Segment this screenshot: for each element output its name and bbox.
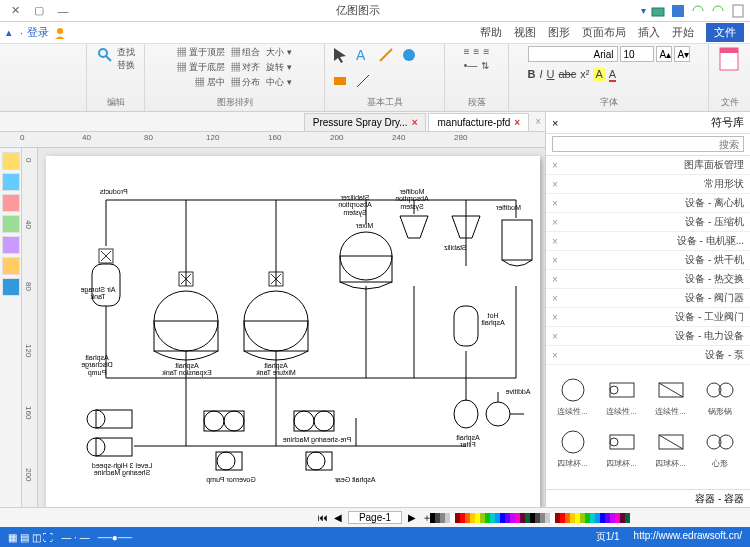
dropdown-icon[interactable]: ▾ (641, 5, 646, 16)
shape-stencil[interactable]: 心形 (697, 421, 742, 469)
login-link[interactable]: 登录 (27, 25, 49, 40)
bullets-icon[interactable]: •— (464, 60, 478, 71)
tab-manufacture[interactable]: manufacture-pfd× (428, 113, 529, 131)
align-c-icon[interactable]: ≡ (474, 46, 480, 57)
align-icon[interactable]: ▦ 对齐 (231, 61, 261, 74)
page-first-icon[interactable]: ⏮ (318, 512, 328, 523)
shape-stencil[interactable]: 四球杯... (599, 421, 644, 469)
tool-3[interactable] (2, 194, 20, 212)
close-icon[interactable]: × (552, 274, 558, 285)
tool-6[interactable] (2, 257, 20, 275)
color-palette[interactable] (430, 513, 630, 523)
menu-item[interactable]: 帮助 (480, 25, 502, 40)
highlight-icon[interactable]: A (593, 68, 604, 82)
menu-item[interactable]: 视图 (514, 25, 536, 40)
menu-item[interactable]: 页面布局 (582, 25, 626, 40)
category-item[interactable]: ×设备 - 离心机 (546, 194, 750, 213)
save-icon[interactable] (670, 3, 686, 19)
menu-item[interactable]: 文件 (706, 23, 744, 42)
category-item[interactable]: ×设备 - 电机驱... (546, 232, 750, 251)
print-icon[interactable] (650, 3, 666, 19)
shape-line-icon[interactable] (354, 72, 372, 90)
window-max-icon[interactable]: ▢ (28, 2, 50, 20)
shape-stencil[interactable]: 连续性... (648, 369, 693, 417)
redo-icon[interactable] (690, 3, 706, 19)
bring-front-icon[interactable]: ▦ 置于顶层 (177, 46, 225, 59)
tool-7[interactable] (2, 278, 20, 296)
file-icon[interactable] (716, 46, 744, 74)
align-l-icon[interactable]: ≡ (464, 46, 470, 57)
tab-close-all-icon[interactable]: × (531, 116, 545, 127)
strike-icon[interactable]: abc (558, 68, 576, 82)
expand-icon[interactable]: ▴ (6, 26, 12, 39)
tab-close-icon[interactable]: × (412, 117, 418, 128)
category-item[interactable]: ×图库面板管理 (546, 156, 750, 175)
menu-item[interactable]: 开始 (672, 25, 694, 40)
tool-4[interactable] (2, 215, 20, 233)
search-input[interactable] (552, 136, 744, 152)
spacing-icon[interactable]: ⇅ (481, 60, 489, 71)
close-icon[interactable]: × (552, 331, 558, 342)
close-icon[interactable]: × (552, 160, 558, 171)
category-item[interactable]: ×设备 - 压缩机 (546, 213, 750, 232)
shape-stencil[interactable]: 四球杯... (648, 421, 693, 469)
tab-pressure[interactable]: Pressure Spray Dry...× (304, 113, 427, 131)
shape-circle-icon[interactable] (400, 46, 418, 64)
category-item[interactable]: ×设备 - 工业阀门 (546, 308, 750, 327)
undo-icon[interactable] (710, 3, 726, 19)
pointer-icon[interactable] (331, 46, 349, 64)
close-icon[interactable]: × (552, 312, 558, 323)
shape-stencil[interactable]: 锅形锅 (697, 369, 742, 417)
close-icon[interactable]: × (552, 236, 558, 247)
category-item[interactable]: ×设备 - 阀门器 (546, 289, 750, 308)
group-icon[interactable]: ▦ 组合 (231, 46, 261, 59)
page-prev-icon[interactable]: ◀ (334, 512, 342, 523)
zoom-slider[interactable]: ──●── (98, 532, 132, 543)
close-icon[interactable]: × (552, 350, 558, 361)
underline-icon[interactable]: U (547, 68, 555, 82)
tab-close-icon[interactable]: × (514, 117, 520, 128)
bold-icon[interactable]: B (528, 68, 536, 82)
page-next-icon[interactable]: ▶ (408, 512, 416, 523)
center-icon[interactable]: ▦ 居中 (195, 76, 225, 89)
text-icon[interactable]: A (354, 46, 372, 64)
view-icons[interactable]: ▦ ▤ ◫ ⛶ (8, 532, 53, 543)
close-icon[interactable]: × (552, 255, 558, 266)
category-item[interactable]: ×常用形状 (546, 175, 750, 194)
close-icon[interactable]: × (552, 217, 558, 228)
shape-stencil[interactable]: 四球杯... (550, 421, 595, 469)
connector-icon[interactable] (377, 46, 395, 64)
shape-stencil[interactable]: 连续性... (599, 369, 644, 417)
shape-stencil[interactable]: 连续性... (550, 369, 595, 417)
close-icon[interactable]: × (552, 293, 558, 304)
tool-5[interactable] (2, 236, 20, 254)
find-icon[interactable] (96, 46, 114, 64)
font-inc-icon[interactable]: A▴ (656, 46, 672, 62)
new-icon[interactable] (730, 3, 746, 19)
send-back-icon[interactable]: ▦ 置于底层 (177, 61, 225, 74)
font-size-select[interactable]: 10 (620, 46, 654, 62)
close-icon[interactable]: × (552, 198, 558, 209)
canvas[interactable]: Products Modifier Modifier Absorption Sy… (38, 148, 545, 507)
tool-2[interactable] (2, 173, 20, 191)
window-min-icon[interactable]: — (52, 2, 74, 20)
category-item[interactable]: ×设备 - 泵 (546, 346, 750, 365)
menu-item[interactable]: 图形 (548, 25, 570, 40)
menu-item[interactable]: 插入 (638, 25, 660, 40)
tool-1[interactable] (2, 152, 20, 170)
window-close-icon[interactable]: ✕ (4, 2, 26, 20)
sup-icon[interactable]: x² (580, 68, 589, 82)
font-dec-icon[interactable]: A▾ (674, 46, 690, 62)
fontcolor-icon[interactable]: A (609, 68, 616, 82)
shape-rect-icon[interactable] (331, 72, 349, 90)
panel-close-icon[interactable]: × (552, 117, 558, 129)
close-icon[interactable]: × (552, 179, 558, 190)
align-r-icon[interactable]: ≡ (483, 46, 489, 57)
font-name-select[interactable]: Arial (528, 46, 618, 62)
category-item[interactable]: ×设备 - 烘干机 (546, 251, 750, 270)
category-item[interactable]: ×设备 - 电力设备 (546, 327, 750, 346)
page-name[interactable]: Page-1 (348, 511, 402, 524)
distribute-icon[interactable]: ▦ 分布 (231, 76, 261, 89)
category-item[interactable]: ×设备 - 热交换 (546, 270, 750, 289)
italic-icon[interactable]: I (539, 68, 542, 82)
